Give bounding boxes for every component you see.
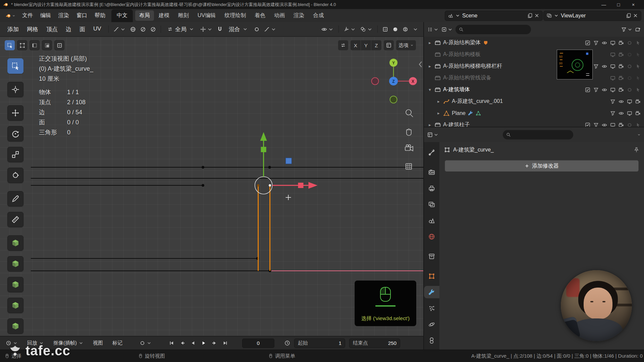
flag-toggle-icon[interactable] [593, 87, 599, 93]
falloff-type-dropdown[interactable] [112, 24, 127, 34]
monitor-toggle-icon[interactable] [610, 75, 615, 81]
check-toggle-icon[interactable] [585, 87, 590, 93]
camera-toggle-icon[interactable] [619, 122, 624, 128]
snap-self-toggle[interactable] [149, 24, 158, 34]
edge-select-mode[interactable] [30, 40, 40, 50]
flag-toggle-icon[interactable] [610, 99, 615, 104]
new-viewlayer-icon[interactable] [626, 13, 631, 18]
pin-icon[interactable] [634, 147, 639, 153]
menubar-item[interactable]: 窗口 [73, 10, 91, 21]
blender-menu-button[interactable] [3, 13, 18, 18]
gizmos-dropdown[interactable] [342, 24, 358, 34]
sidebar-toggle-icon[interactable] [419, 62, 422, 67]
workspace-tab[interactable]: 布局 [135, 10, 154, 21]
rotate-tool[interactable] [7, 126, 23, 141]
viewport-nav-buttons[interactable] [405, 110, 413, 169]
flag-toggle-icon[interactable] [593, 64, 599, 69]
expand-toggle-icon[interactable]: ▸ [436, 111, 441, 116]
menubar-item[interactable]: 渲染 [55, 10, 73, 21]
axis-x-negative[interactable] [372, 78, 379, 85]
outliner-item-label[interactable]: A-原建筑_curve_.001 [452, 98, 503, 105]
toolheader-menu-item[interactable]: UV [89, 24, 105, 35]
language-tab[interactable]: 中文 [111, 9, 133, 22]
monitor-toggle-icon[interactable] [627, 111, 632, 116]
circle-toggle-icon[interactable] [627, 40, 632, 46]
outliner-item-label[interactable]: A-原始结构楼梯电梯栏杆 [443, 63, 502, 70]
chevron-down-icon[interactable] [637, 133, 641, 136]
menubar-item[interactable]: 文件 [18, 10, 37, 21]
proportional-projected-toggle[interactable] [139, 24, 148, 34]
outliner-row[interactable]: ▾A-建筑墙体 [424, 84, 644, 96]
shading-material-button[interactable] [401, 24, 410, 34]
gizmo-y-handle[interactable] [261, 147, 266, 152]
cursor-toggle-icon[interactable] [635, 87, 641, 93]
outliner-item-label[interactable]: A-原始结构梁体 [443, 39, 481, 46]
scale-tool[interactable] [7, 147, 23, 162]
camera-toggle-icon[interactable] [635, 111, 641, 116]
camera-toggle-icon[interactable] [635, 99, 641, 104]
workspace-tab[interactable]: 雕刻 [174, 10, 193, 21]
outliner-row[interactable]: ▸A-原始结构楼梯电梯栏杆 [424, 60, 644, 72]
expand-toggle-icon[interactable]: ▸ [427, 40, 432, 45]
monitor-toggle-icon[interactable] [610, 64, 615, 69]
circle-toggle-icon[interactable] [627, 122, 632, 128]
visibility-dropdown[interactable] [320, 24, 335, 34]
select-box-mode[interactable] [5, 40, 15, 50]
expand-toggle-icon[interactable]: ▸ [427, 64, 432, 69]
jump-to-end-button[interactable] [221, 339, 229, 348]
curve-vertex[interactable] [257, 184, 259, 187]
annotate-tool[interactable] [7, 191, 23, 206]
expand-toggle-icon[interactable]: ▸ [427, 122, 432, 127]
eye-toggle-icon[interactable] [602, 87, 607, 93]
viewlayer-selector[interactable]: ViewLayer [543, 11, 641, 21]
pivot-point-dropdown[interactable] [199, 24, 214, 34]
mirror-y-button[interactable]: Y [361, 40, 371, 50]
remove-viewlayer-icon[interactable] [633, 13, 638, 18]
outliner-editor-type-button[interactable] [427, 27, 439, 32]
mirror-z-button[interactable]: Z [371, 40, 381, 50]
xray-toggle[interactable] [381, 24, 390, 34]
camera-toggle-icon[interactable] [619, 87, 624, 93]
outliner-display-mode-button[interactable] [441, 27, 453, 32]
cursor-toggle-icon[interactable] [635, 40, 641, 46]
workspace-tab[interactable]: 建模 [155, 10, 173, 21]
outliner-row[interactable]: ▸A-建筑柱子 [424, 119, 644, 127]
outliner-item-label[interactable]: A-建筑柱子 [443, 121, 470, 127]
proportional-connected-toggle[interactable] [128, 24, 138, 34]
snap-toggle[interactable] [215, 24, 224, 34]
unlink-scene-icon[interactable] [534, 13, 539, 18]
circle-toggle-icon[interactable] [627, 87, 632, 93]
close-button[interactable]: × [626, 0, 641, 9]
cursor-toggle-icon[interactable] [635, 52, 641, 57]
scene-selector[interactable]: Scene [445, 11, 543, 21]
marker-menu[interactable]: 标记 [110, 339, 125, 348]
transform-tool[interactable] [7, 168, 23, 183]
new-scene-icon[interactable] [527, 13, 532, 18]
camera-toggle-icon[interactable] [619, 52, 624, 57]
zoom-icon[interactable] [406, 110, 413, 117]
workspace-tab[interactable]: 纹理绘制 [220, 10, 250, 21]
circle-toggle-icon[interactable] [627, 75, 632, 81]
menubar-item[interactable]: 编辑 [37, 10, 55, 21]
expand-toggle-icon[interactable]: ▸ [436, 99, 441, 104]
outliner-item-label[interactable]: A-原始结构楼板 [443, 51, 481, 58]
cursor-toggle-icon[interactable] [635, 122, 641, 128]
next-keyframe-button[interactable] [210, 339, 219, 348]
outliner-row[interactable]: ▸A-原始结构梁体 [424, 37, 644, 49]
camera-toggle-icon[interactable] [619, 40, 624, 46]
current-frame-field[interactable]: 0 [242, 339, 274, 348]
camera-toggle-icon[interactable] [619, 64, 624, 69]
eye-toggle-icon[interactable] [619, 111, 624, 116]
cursor-tool[interactable] [7, 82, 23, 97]
toolheader-menu-item[interactable]: 边 [62, 24, 75, 35]
grid-view-icon[interactable] [406, 164, 412, 169]
proportional-falloff-dropdown[interactable] [262, 24, 278, 34]
viewport-3d[interactable]: Y X Z [0, 37, 423, 336]
toolheader-menu-item[interactable]: 网格 [23, 24, 42, 35]
selected-vertex[interactable] [269, 184, 271, 187]
camera-view-icon[interactable] [405, 145, 413, 151]
proportional-editing-toggle[interactable] [252, 24, 261, 34]
hand-icon[interactable] [407, 129, 411, 135]
eye-toggle-icon[interactable] [602, 64, 607, 69]
frame-start-field[interactable]: 起始 1 [294, 339, 345, 348]
